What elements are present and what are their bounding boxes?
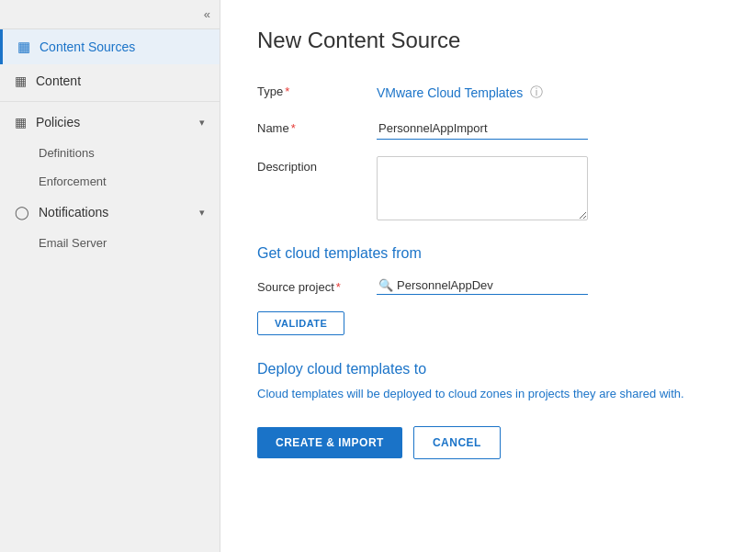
type-label: Type* — [257, 81, 377, 98]
sidebar-item-definitions[interactable]: Definitions — [0, 139, 220, 167]
policies-icon: ▦ — [15, 115, 27, 130]
name-label: Name* — [257, 118, 377, 135]
cancel-button[interactable]: CANCEL — [413, 426, 501, 459]
collapse-icon: « — [204, 7, 210, 21]
deploy-cloud-section-title: Deploy cloud templates to — [257, 361, 719, 377]
content-icon: ▦ — [15, 73, 27, 88]
validate-button[interactable]: VALIDATE — [257, 311, 344, 335]
sidebar-item-enforcement[interactable]: Enforcement — [0, 167, 220, 196]
collapse-button[interactable]: « — [0, 0, 220, 29]
sidebar-item-policies[interactable]: ▦ Policies ▾ — [0, 106, 220, 139]
type-value-text: VMware Cloud Templates — [377, 85, 523, 100]
source-project-field-container: 🔍 — [377, 276, 719, 295]
description-row: Description — [257, 156, 719, 223]
name-row: Name* — [257, 118, 719, 140]
description-field-container — [377, 156, 719, 223]
notifications-chevron-icon: ▾ — [199, 207, 205, 219]
sidebar-item-policies-label: Policies — [36, 115, 80, 130]
type-required-star: * — [285, 84, 289, 98]
sidebar-item-notifications-label: Notifications — [39, 205, 108, 220]
sidebar-item-content-sources[interactable]: ▦ Content Sources — [0, 29, 220, 64]
sidebar: « ▦ Content Sources ▦ Content ▦ Policies… — [0, 0, 220, 552]
action-buttons: CREATE & IMPORT CANCEL — [257, 426, 719, 459]
type-row: Type* VMware Cloud Templates ⓘ — [257, 81, 719, 101]
sidebar-item-enforcement-label: Enforcement — [39, 175, 107, 188]
description-textarea[interactable] — [377, 156, 588, 220]
notifications-icon: ◯ — [15, 205, 29, 220]
source-project-row: Source project* 🔍 — [257, 276, 719, 295]
source-project-input[interactable] — [397, 278, 586, 292]
sidebar-item-content[interactable]: ▦ Content — [0, 64, 220, 97]
deploy-cloud-description: Cloud templates will be deployed to clou… — [257, 387, 719, 400]
policies-chevron-icon: ▾ — [199, 117, 205, 129]
create-import-button[interactable]: CREATE & IMPORT — [257, 427, 402, 458]
sidebar-item-email-server[interactable]: Email Server — [0, 229, 220, 257]
sidebar-item-content-label: Content — [36, 73, 81, 88]
sidebar-item-notifications[interactable]: ◯ Notifications ▾ — [0, 196, 220, 229]
sidebar-item-email-server-label: Email Server — [39, 236, 107, 250]
main-content: New Content Source Type* VMware Cloud Te… — [220, 0, 756, 552]
name-required-star: * — [291, 121, 296, 135]
name-input[interactable] — [377, 118, 588, 140]
sidebar-item-definitions-label: Definitions — [39, 146, 95, 160]
source-project-input-wrapper: 🔍 — [377, 276, 588, 295]
source-project-search-icon: 🔍 — [378, 278, 393, 292]
content-sources-icon: ▦ — [17, 39, 30, 55]
page-title: New Content Source — [257, 28, 719, 53]
info-icon[interactable]: ⓘ — [530, 84, 543, 101]
name-field-container — [377, 118, 719, 140]
sidebar-divider-1 — [0, 101, 220, 102]
description-label: Description — [257, 156, 377, 174]
get-cloud-section-title: Get cloud templates from — [257, 245, 719, 262]
type-value-container: VMware Cloud Templates ⓘ — [377, 81, 719, 101]
sidebar-item-content-sources-label: Content Sources — [39, 39, 135, 54]
source-project-label: Source project* — [257, 276, 377, 294]
source-project-required-star: * — [336, 280, 341, 294]
